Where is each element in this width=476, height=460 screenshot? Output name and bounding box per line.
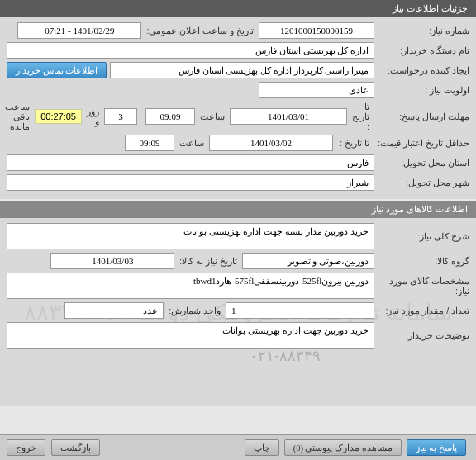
unit-label: واحد شمارش: <box>164 306 226 315</box>
header-title: جزئیات اطلاعات نیاز <box>393 3 468 13</box>
phone-watermark: ۰۲۱-۸۸۳۴۹ <box>7 347 469 365</box>
back-button[interactable]: بازگشت <box>51 439 100 456</box>
time-label-1: ساعت <box>195 111 230 121</box>
requester-input[interactable] <box>110 62 374 78</box>
main-header[interactable]: جزئیات اطلاعات نیاز <box>0 0 476 17</box>
goods-section-title: اطلاعات کالاهای مورد نیاز <box>372 204 468 214</box>
validity-date-input[interactable] <box>209 135 333 151</box>
validity-label: حداقل تاریخ اعتبار قیمت: <box>374 138 469 148</box>
countdown-timer: 00:27:05 <box>35 109 82 124</box>
group-label: گروه کالا: <box>374 256 469 266</box>
need-date-input[interactable] <box>50 253 174 269</box>
form-section-2: سامانه تدارکات الکترونیکی دولت ۰۲۱-۸۸۳۴۹… <box>0 218 476 406</box>
deadline-time-input[interactable] <box>145 108 195 125</box>
respond-button[interactable]: پاسخ به نیاز <box>407 439 466 456</box>
city-label: شهر محل تحویل: <box>374 178 469 187</box>
time-label-2: ساعت <box>174 138 209 148</box>
deadline-date-input[interactable] <box>230 108 347 125</box>
unit-input[interactable] <box>64 302 164 319</box>
requester-label: ایجاد کننده درخواست: <box>374 65 469 75</box>
deadline-label: مهلت ارسال پاسخ: <box>374 111 469 121</box>
buyer-label: نام دستگاه خریدار: <box>374 45 469 55</box>
announce-label: تاریخ و ساعت اعلان عمومی: <box>141 26 259 36</box>
need-number-label: شماره نیاز: <box>374 26 469 36</box>
form-section-1: شماره نیاز: تاریخ و ساعت اعلان عمومی: نا… <box>0 17 476 199</box>
province-input[interactable] <box>7 154 374 171</box>
validity-time-input[interactable] <box>125 135 174 151</box>
announce-input[interactable] <box>17 22 141 39</box>
city-input[interactable] <box>7 174 374 191</box>
buyer-notes-label: توضیحات خریدار: <box>374 330 469 340</box>
attachments-button[interactable]: مشاهده مدارک پیوستی (0) <box>284 439 402 456</box>
priority-label: اولویت نیاز : <box>374 85 469 95</box>
contact-buyer-button[interactable]: اطلاعات تماس خریدار <box>7 62 107 78</box>
days-input[interactable] <box>104 108 137 125</box>
buyer-notes-textarea[interactable] <box>7 322 374 349</box>
buyer-input[interactable] <box>7 42 374 59</box>
days-label: روز و <box>82 107 104 126</box>
spec-textarea[interactable] <box>7 273 374 299</box>
need-number-input[interactable] <box>259 22 374 39</box>
desc-label: شرح کلی نیاز: <box>374 231 469 241</box>
footer-bar: پاسخ به نیاز مشاهده مدارک پیوستی (0) چاپ… <box>0 434 476 460</box>
print-button[interactable]: چاپ <box>245 439 279 456</box>
spec-label: مشخصات کالای مورد نیاز: <box>374 276 469 296</box>
priority-input[interactable] <box>259 82 374 98</box>
qty-input[interactable] <box>226 302 374 319</box>
province-label: استان محل تحویل: <box>374 158 469 168</box>
remaining-label: ساعت باقی مانده <box>0 102 35 131</box>
need-date-label: تاریخ نیاز به کالا: <box>174 256 242 266</box>
exit-button[interactable]: خروج <box>7 439 45 456</box>
qty-label: تعداد / مقدار مورد نیاز: <box>374 306 469 315</box>
to-date-label-2: تا تاریخ : <box>333 138 374 148</box>
group-input[interactable] <box>242 253 374 269</box>
desc-textarea[interactable] <box>7 223 374 249</box>
goods-section-header[interactable]: اطلاعات کالاهای مورد نیاز <box>0 201 476 218</box>
to-date-label-1: تا تاریخ : <box>347 102 374 131</box>
